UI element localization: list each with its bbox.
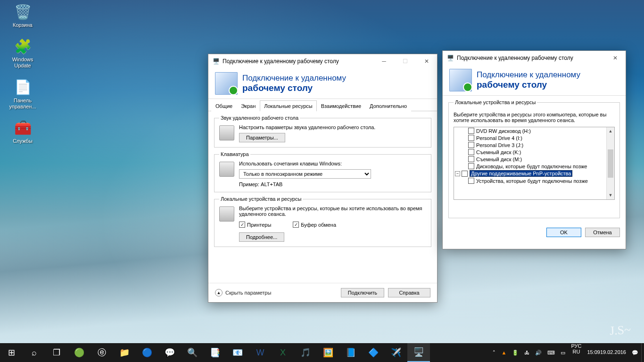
taskbar-app-explorer[interactable]: 📁 xyxy=(113,343,136,362)
tray-language[interactable]: РУСRU xyxy=(568,343,584,362)
tray-icon[interactable]: ▲ xyxy=(498,343,509,362)
desktop-icon-recycle[interactable]: 🗑️Корзина xyxy=(5,2,41,28)
close-button[interactable]: ✕ xyxy=(604,51,626,65)
checkbox-clipboard[interactable]: ✓Буфер обмена xyxy=(293,222,336,228)
bottom-bar: ▲Скрыть параметры Подключить Справка xyxy=(208,283,437,302)
taskbar-app-ie[interactable]: ⓔ xyxy=(91,343,113,362)
window-title: Подключение к удаленному рабочему столу xyxy=(457,55,604,61)
speaker-icon xyxy=(219,125,234,140)
rdc-banner-icon xyxy=(449,69,472,91)
tab-display[interactable]: Экран xyxy=(237,100,260,111)
tree-item[interactable]: Устройства, которые будут подключены поз… xyxy=(454,177,614,184)
connect-button[interactable]: Подключить xyxy=(341,288,384,297)
more-devices-button[interactable]: Подробнее... xyxy=(239,232,284,242)
banner: Подключение к удаленному рабочему столу xyxy=(208,68,437,99)
tree-item-pnp[interactable]: −Другие поддерживаемые PnP-устройства xyxy=(454,170,614,177)
taskbar-app-excel[interactable]: X xyxy=(272,343,294,362)
window-title: Подключение к удаленному рабочему столу xyxy=(223,58,373,65)
taskbar-app-chrome[interactable]: 🟢 xyxy=(68,343,91,362)
tab-advanced[interactable]: Дополнительно xyxy=(365,100,411,111)
titlebar[interactable]: 🖥️ Подключение к удаленному рабочему сто… xyxy=(208,54,437,68)
tray-icon[interactable]: ▭ xyxy=(558,343,568,362)
tree-item[interactable]: Personal Drive 4 (I:) xyxy=(454,134,614,141)
taskbar-app[interactable]: 💬 xyxy=(158,343,181,362)
taskbar: ⊞ ⌕ ❐ 🟢 ⓔ 📁 🔵 💬 🔍 📑 📧 W X 🎵 🖼️ 📘 🔷 ✈️ 🖥️… xyxy=(0,343,644,362)
taskbar-app[interactable]: 🔷 xyxy=(362,343,385,362)
task-view-button[interactable]: ❐ xyxy=(45,343,68,362)
wallpaper-signature: J.S~ xyxy=(609,323,631,338)
taskbar-app[interactable]: 🎵 xyxy=(294,343,317,362)
collapse-icon[interactable]: − xyxy=(455,171,460,176)
group-local-devices: Локальные устройства и ресурсы Выберите … xyxy=(448,99,620,218)
titlebar[interactable]: 🖥️ Подключение к удаленному рабочему сто… xyxy=(443,51,626,65)
audio-settings-button[interactable]: Параметры... xyxy=(239,133,285,142)
taskbar-app[interactable]: 📘 xyxy=(339,343,362,362)
scrollbar[interactable]: ▲▼ xyxy=(606,127,614,199)
banner: Подключение к удаленному рабочему столу xyxy=(443,65,626,96)
group-remote-audio: Звук удаленного рабочего стола Настроить… xyxy=(214,115,431,148)
keyboard-icon xyxy=(219,162,234,177)
rdc-icon: 🖥️ xyxy=(212,58,220,65)
taskbar-app-word[interactable]: W xyxy=(249,343,272,362)
group-local-devices: Локальные устройства и ресурсы Выберите … xyxy=(214,196,431,247)
tab-body: Звук удаленного рабочего стола Настроить… xyxy=(208,111,437,283)
tab-experience[interactable]: Взаимодействие xyxy=(317,100,365,111)
scroll-down-icon[interactable]: ▼ xyxy=(607,191,614,199)
cancel-button[interactable]: Отмена xyxy=(585,228,620,237)
rdc-devices-dialog: 🖥️ Подключение к удаленному рабочему сто… xyxy=(442,50,626,249)
taskbar-app[interactable]: 📑 xyxy=(204,343,226,362)
tray-volume-icon[interactable]: 🔊 xyxy=(532,343,545,362)
tree-item[interactable]: Personal Drive 3 (J:) xyxy=(454,141,614,148)
tray-action-center-icon[interactable]: 💬 xyxy=(629,343,641,362)
maximize-button[interactable]: ☐ xyxy=(395,54,416,68)
recycle-bin-icon: 🗑️ xyxy=(13,2,32,21)
tray-overflow[interactable]: ˄ xyxy=(490,343,498,362)
taskbar-app[interactable]: 🔍 xyxy=(181,343,204,362)
checkbox-printers[interactable]: ✓Принтеры xyxy=(239,222,271,228)
tray-battery-icon[interactable]: 🔋 xyxy=(509,343,521,362)
taskbar-app-rdc[interactable]: 🖥️ xyxy=(407,343,430,362)
chevron-up-icon: ▲ xyxy=(215,289,223,296)
tab-strip: Общие Экран Локальные ресурсы Взаимодейс… xyxy=(208,100,437,111)
desktop-icon-services[interactable]: 🧰Службы xyxy=(5,118,41,144)
device-tree[interactable]: DVD RW дисковод (H:) Personal Drive 4 (I… xyxy=(454,127,615,200)
dialog-body: Локальные устройства и ресурсы Выберите … xyxy=(443,96,626,249)
help-button[interactable]: Справка xyxy=(388,288,430,297)
search-button[interactable]: ⌕ xyxy=(23,343,45,362)
show-desktop-button[interactable] xyxy=(641,343,644,362)
desktop-icon-winupdate[interactable]: 🧩Windows Update xyxy=(5,37,41,69)
rdc-icon: 🖥️ xyxy=(446,54,454,62)
tray-clock[interactable]: 15:0919.02.2016 xyxy=(584,343,629,362)
tab-local-resources[interactable]: Локальные ресурсы xyxy=(260,100,316,111)
toolbox-icon: 🧰 xyxy=(13,118,32,137)
tree-item[interactable]: Съемный диск (K:) xyxy=(454,148,614,156)
taskbar-app-outlook[interactable]: 📧 xyxy=(226,343,249,362)
tab-general[interactable]: Общие xyxy=(211,100,237,111)
hide-options-link[interactable]: ▲Скрыть параметры xyxy=(215,289,337,296)
system-tray: ˄ ▲ 🔋 🖧 🔊 ⌨ ▭ РУСRU 15:0919.02.2016 💬 xyxy=(490,343,644,362)
rdc-banner-icon xyxy=(215,72,238,95)
start-button[interactable]: ⊞ xyxy=(0,343,23,362)
ok-button[interactable]: OK xyxy=(546,228,581,237)
minimize-button[interactable]: ─ xyxy=(373,54,395,68)
windows-update-icon: 🧩 xyxy=(13,37,32,56)
taskbar-app[interactable]: 🔵 xyxy=(136,343,158,362)
group-keyboard: Клавиатура Использовать сочетания клавиш… xyxy=(214,151,431,192)
taskbar-app[interactable]: 🖼️ xyxy=(317,343,339,362)
tree-item[interactable]: Съемный диск (M:) xyxy=(454,156,614,163)
tree-item[interactable]: Дисководы, которые будут подключены позж… xyxy=(454,163,614,170)
rdc-main-window: 🖥️ Подключение к удаленному рабочему сто… xyxy=(208,54,438,303)
tray-network-icon[interactable]: 🖧 xyxy=(521,343,532,362)
scroll-up-icon[interactable]: ▲ xyxy=(607,127,614,135)
tree-item[interactable]: DVD RW дисковод (H:) xyxy=(454,127,614,134)
document-icon: 📄 xyxy=(13,78,32,97)
devices-icon xyxy=(219,206,234,222)
keyboard-combo[interactable]: Только в полноэкранном режиме xyxy=(239,169,371,179)
scroll-thumb[interactable] xyxy=(608,149,613,178)
close-button[interactable]: ✕ xyxy=(416,54,437,68)
desktop-icons: 🗑️Корзина 🧩Windows Update 📄Панель управл… xyxy=(5,2,41,144)
tray-keyboard-icon[interactable]: ⌨ xyxy=(545,343,558,362)
desktop-icon-control-panel[interactable]: 📄Панель управлен... xyxy=(5,78,41,110)
taskbar-app[interactable]: ✈️ xyxy=(385,343,407,362)
